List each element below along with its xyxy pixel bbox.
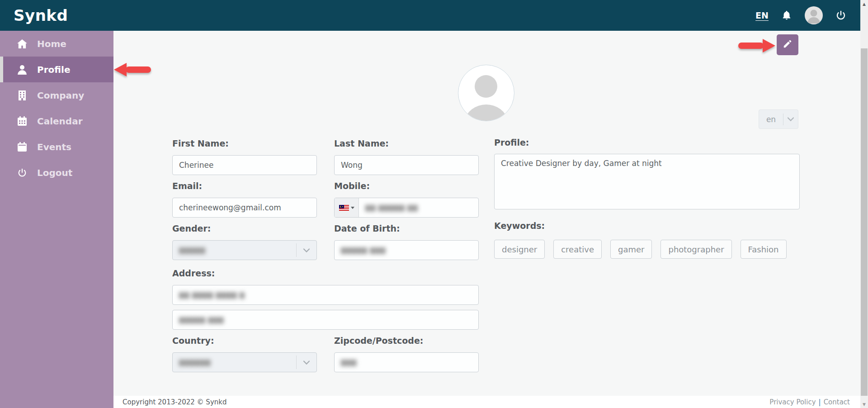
footer-links: Privacy Policy | Contact xyxy=(769,398,850,406)
scroll-down-arrow[interactable]: ▼ xyxy=(860,400,868,408)
keywords-list: designer creative gamer photographer Fas… xyxy=(494,240,787,259)
keywords-label: Keywords: xyxy=(494,221,545,231)
building-icon xyxy=(17,90,27,100)
email-field[interactable]: cherineewong@gmail.com xyxy=(172,198,317,218)
profile-photo-placeholder[interactable] xyxy=(458,65,514,121)
topbar-actions: EN xyxy=(755,0,846,31)
sidebar-item-logout[interactable]: Logout xyxy=(0,160,113,185)
synkd-logo: Synkd xyxy=(14,0,68,31)
sidebar-item-label: Profile xyxy=(37,64,71,75)
edit-profile-button[interactable] xyxy=(777,34,798,55)
caret-down-icon xyxy=(351,207,354,209)
last-name-field[interactable]: Wong xyxy=(334,155,479,175)
user-avatar[interactable] xyxy=(805,6,823,24)
chevron-down-icon xyxy=(783,117,798,121)
bell-icon[interactable] xyxy=(781,10,792,21)
sidebar-navigation: Home Profile Company Calendar Events xyxy=(0,31,113,408)
sidebar-item-label: Home xyxy=(37,38,66,49)
sidebar-item-company[interactable]: Company xyxy=(0,82,113,108)
scrollbar-thumb[interactable] xyxy=(861,48,868,396)
mobile-label: Mobile: xyxy=(334,181,370,191)
last-name-label: Last Name: xyxy=(334,138,389,148)
footer: Copyright 2013-2022 © Synkd Privacy Poli… xyxy=(113,396,868,408)
keyword-chip[interactable]: photographer xyxy=(660,240,731,259)
zipcode-field[interactable]: ▇▇▇ xyxy=(334,352,479,372)
gender-label: Gender: xyxy=(172,223,211,233)
dob-label: Date of Birth: xyxy=(334,223,400,233)
copyright-text: Copyright 2013-2022 © Synkd xyxy=(123,398,226,406)
address-line1-blurred: ▇▇ ▇▇▇▇ ▇▇▇▇ ▇ xyxy=(179,291,245,299)
sidebar-item-home[interactable]: Home xyxy=(0,31,113,57)
country-value-blurred: ▇▇▇▇▇▇ xyxy=(173,359,296,366)
sidebar-item-label: Calendar xyxy=(37,116,83,127)
gender-value-blurred: ▇▇▇▇▇ xyxy=(173,247,296,254)
gender-select[interactable]: ▇▇▇▇▇ xyxy=(172,240,317,260)
zipcode-value-blurred: ▇▇▇ xyxy=(341,359,357,366)
keyword-chip[interactable]: creative xyxy=(553,240,602,259)
address-line2-blurred: ▇▇▇▇▇ ▇▇▇ xyxy=(179,316,224,323)
vertical-scrollbar[interactable]: ▲ ▼ xyxy=(860,0,868,408)
top-navigation-bar: Synkd EN xyxy=(0,0,868,31)
power-icon[interactable] xyxy=(835,10,846,21)
events-icon xyxy=(17,142,27,152)
keyword-chip[interactable]: designer xyxy=(494,240,545,259)
profile-bio-value: Creative Designer by day, Gamer at night xyxy=(501,159,662,168)
address-line1-field[interactable]: ▇▇ ▇▇▇▇ ▇▇▇▇ ▇ xyxy=(172,285,479,305)
chevron-down-icon xyxy=(297,361,316,365)
dob-value-blurred: ▇▇▇▇▇ ▇▇▇ xyxy=(341,247,386,254)
sidebar-item-label: Events xyxy=(37,142,71,152)
annotation-arrow-edit xyxy=(738,39,775,52)
calendar-icon xyxy=(17,116,27,126)
sidebar-item-profile[interactable]: Profile xyxy=(0,57,113,82)
country-select[interactable]: ▇▇▇▇▇▇ xyxy=(172,352,317,372)
link-separator: | xyxy=(819,398,821,406)
sidebar-item-calendar[interactable]: Calendar xyxy=(0,108,113,134)
address-line2-field[interactable]: ▇▇▇▇▇ ▇▇▇ xyxy=(172,310,479,330)
pencil-icon xyxy=(783,39,793,51)
mobile-field[interactable]: ▇▇ ▇▇▇▇▇ ▇▇ xyxy=(334,198,479,218)
scroll-up-arrow[interactable]: ▲ xyxy=(860,0,868,8)
country-label: Country: xyxy=(172,336,214,346)
email-value: cherineewong@gmail.com xyxy=(179,203,281,212)
first-name-label: First Name: xyxy=(172,138,229,148)
user-icon xyxy=(17,65,27,75)
email-label: Email: xyxy=(172,181,202,191)
zipcode-label: Zipcode/Postcode: xyxy=(334,336,423,346)
language-link[interactable]: EN xyxy=(755,10,769,20)
selected-language: en xyxy=(759,115,783,124)
mobile-value-blurred: ▇▇ ▇▇▇▇▇ ▇▇ xyxy=(359,204,418,211)
annotation-arrow-profile xyxy=(114,63,151,76)
profile-bio-field[interactable]: Creative Designer by day, Gamer at night xyxy=(494,154,800,209)
address-label: Address: xyxy=(172,268,215,278)
sidebar-item-label: Company xyxy=(37,90,84,101)
privacy-policy-link[interactable]: Privacy Policy xyxy=(769,398,816,406)
sidebar-item-events[interactable]: Events xyxy=(0,134,113,160)
contact-link[interactable]: Contact xyxy=(824,398,850,406)
keyword-chip[interactable]: Fashion xyxy=(741,240,787,259)
profile-language-selector[interactable]: en xyxy=(759,109,798,129)
profile-label: Profile: xyxy=(494,138,529,147)
malaysia-flag-icon xyxy=(339,205,349,211)
country-code-selector[interactable] xyxy=(335,198,359,217)
home-icon xyxy=(17,39,27,49)
first-name-value: Cherinee xyxy=(179,161,214,170)
first-name-field[interactable]: Cherinee xyxy=(172,155,317,175)
profile-content: en First Name: Last Name: Profile: Email… xyxy=(113,31,860,396)
profile-page: Synkd EN Home Profile xyxy=(0,0,868,408)
power-icon xyxy=(17,168,27,178)
dob-field[interactable]: ▇▇▇▇▇ ▇▇▇ xyxy=(334,240,479,260)
sidebar-item-label: Logout xyxy=(37,167,72,178)
keyword-chip[interactable]: gamer xyxy=(610,240,652,259)
chevron-down-icon xyxy=(297,248,316,252)
last-name-value: Wong xyxy=(341,161,363,170)
